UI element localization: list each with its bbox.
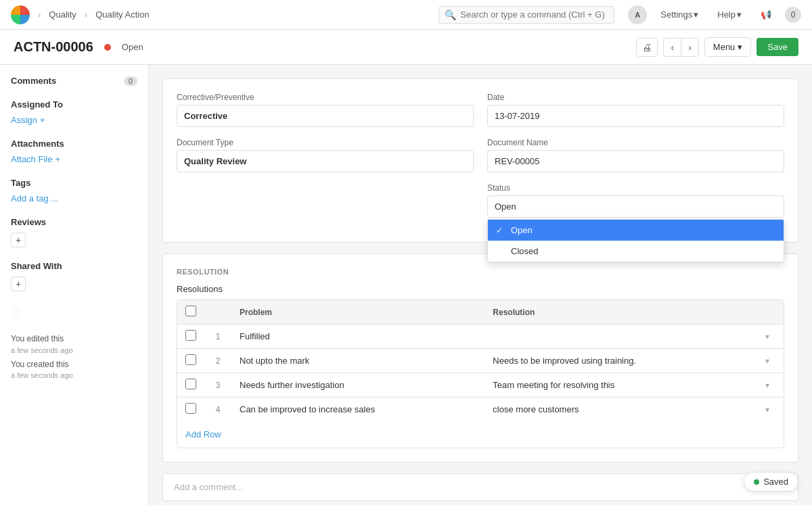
table-row: 3 Needs further investigation Team meeti…	[177, 373, 784, 398]
document-name-label: Document Name	[487, 138, 784, 147]
row-checkbox-1[interactable]	[185, 354, 196, 365]
search-icon: 🔍	[445, 9, 456, 20]
row-checkbox-0[interactable]	[185, 330, 196, 341]
sidebar-tags-section: Tags Add a tag ...	[11, 178, 137, 203]
announcement-icon: 📢	[761, 9, 771, 20]
assigned-to-label: Assigned To	[11, 99, 63, 110]
saved-badge: Saved	[744, 472, 798, 491]
add-tag-label: Add a tag ...	[11, 193, 58, 203]
row-dropdown-icon-3[interactable]: ▾	[765, 405, 769, 414]
row-actions-3: ▾	[751, 398, 784, 422]
top-nav: › Quality › Quality Action 🔍 A Settings …	[0, 0, 812, 30]
select-all-checkbox[interactable]	[185, 306, 196, 316]
notification-badge[interactable]: 0	[785, 7, 801, 23]
print-icon: 🖨	[642, 42, 652, 53]
announcement-button[interactable]: 📢	[755, 7, 777, 22]
attach-file-label: Attach File	[11, 154, 52, 164]
date-input[interactable]	[487, 105, 784, 127]
resolutions-label: Resolutions	[177, 284, 784, 294]
app-logo	[11, 5, 30, 24]
check-icon: ✓	[496, 226, 505, 235]
table-header-row: Problem Resolution	[177, 300, 784, 324]
settings-chevron-icon: ▾	[694, 9, 698, 20]
row-check-1	[177, 349, 204, 373]
form-row-3: Status ✓ Open Closed	[177, 183, 784, 218]
saved-dot	[754, 479, 759, 485]
row-check-2	[177, 373, 204, 398]
page-header: ACTN-00006 Open 🖨 ‹ › Menu ▾ Save	[0, 30, 812, 65]
settings-label: Settings	[660, 9, 692, 20]
nav-sep-2: ›	[85, 9, 87, 20]
resolution-card: RESOLUTION Resolutions Problem Resolutio…	[162, 254, 798, 462]
document-name-input[interactable]	[487, 150, 784, 172]
document-type-input[interactable]	[177, 150, 474, 172]
resolutions-table-wrap: Problem Resolution 1 Fulfilled ▾ 2 Not u…	[177, 299, 784, 448]
sidebar-attachments-header: Attachments	[11, 139, 137, 149]
th-resolution: Resolution	[484, 300, 751, 324]
add-tag-link[interactable]: Add a tag ...	[11, 193, 137, 203]
comments-label: Comments	[11, 76, 56, 86]
add-row-button[interactable]: Add Row	[177, 424, 229, 445]
search-input[interactable]	[460, 9, 608, 20]
print-button[interactable]: 🖨	[636, 38, 658, 57]
table-row: 1 Fulfilled ▾	[177, 324, 784, 349]
help-button[interactable]: Help ▾	[712, 7, 747, 22]
status-input[interactable]	[487, 195, 784, 218]
attach-file-link[interactable]: Attach File +	[11, 154, 137, 164]
status-option-open[interactable]: ✓ Open	[488, 220, 784, 241]
row-check-3	[177, 398, 204, 422]
comments-count: 0	[124, 76, 137, 86]
status-dropdown-group: Status ✓ Open Closed	[487, 183, 784, 218]
reviews-label: Reviews	[11, 217, 46, 227]
nav-sep-1: ›	[38, 9, 41, 20]
assign-link[interactable]: Assign +	[11, 115, 137, 125]
row-checkbox-3[interactable]	[185, 403, 196, 414]
saved-label: Saved	[763, 477, 788, 487]
activity-action-0: You edited this	[11, 334, 64, 343]
th-num	[204, 300, 231, 324]
row-resolution-2: Team meeting for resolving this	[484, 373, 751, 398]
next-record-button[interactable]: ›	[681, 39, 698, 56]
document-type-group: Document Type	[177, 138, 474, 172]
row-resolution-1: Needs to be improved using training.	[484, 349, 751, 373]
resolutions-table: Problem Resolution 1 Fulfilled ▾ 2 Not u…	[177, 300, 784, 421]
row-problem-2: Needs further investigation	[231, 373, 484, 398]
shared-with-label: Shared With	[11, 261, 62, 271]
resolution-section-title: RESOLUTION	[177, 268, 784, 276]
status-option-closed[interactable]: Closed	[488, 241, 784, 262]
prev-record-button[interactable]: ‹	[664, 39, 681, 56]
row-resolution-3: close more customers	[484, 398, 751, 422]
save-button[interactable]: Save	[757, 38, 798, 56]
menu-label: Menu	[713, 42, 736, 52]
status-group	[177, 183, 474, 218]
row-dropdown-icon-0[interactable]: ▾	[765, 332, 769, 341]
breadcrumb-quality[interactable]: Quality	[49, 9, 76, 20]
favorite-icon[interactable]: ♡	[11, 306, 22, 319]
sidebar-favorite-section: ♡	[11, 305, 137, 320]
assign-plus-icon: +	[40, 115, 45, 125]
row-num-0: 1	[204, 324, 231, 349]
tags-label: Tags	[11, 178, 30, 188]
th-check	[177, 300, 204, 324]
row-dropdown-icon-2[interactable]: ▾	[765, 381, 769, 390]
status-label: Open	[122, 42, 143, 52]
corrective-preventive-group: Corrective/Preventive	[177, 93, 474, 127]
sidebar-reviews-header: Reviews	[11, 217, 137, 227]
row-actions-0: ▾	[751, 324, 784, 349]
row-checkbox-2[interactable]	[185, 379, 196, 389]
row-num-2: 3	[204, 373, 231, 398]
menu-button[interactable]: Menu ▾	[704, 37, 752, 57]
document-name-group: Document Name	[487, 138, 784, 172]
shared-with-add-button[interactable]: +	[11, 276, 26, 291]
settings-button[interactable]: Settings ▾	[655, 7, 704, 22]
sidebar-shared-header: Shared With	[11, 261, 137, 271]
reviews-add-button[interactable]: +	[11, 233, 26, 247]
status-label: Status	[487, 183, 784, 193]
row-dropdown-icon-1[interactable]: ▾	[765, 356, 769, 366]
nav-avatar: A	[628, 5, 647, 24]
corrective-preventive-input[interactable]	[177, 105, 474, 127]
breadcrumb-quality-action[interactable]: Quality Action	[95, 9, 150, 20]
add-row-container: Add Row	[177, 421, 784, 448]
row-num-3: 4	[204, 398, 231, 422]
status-dot	[104, 44, 111, 51]
